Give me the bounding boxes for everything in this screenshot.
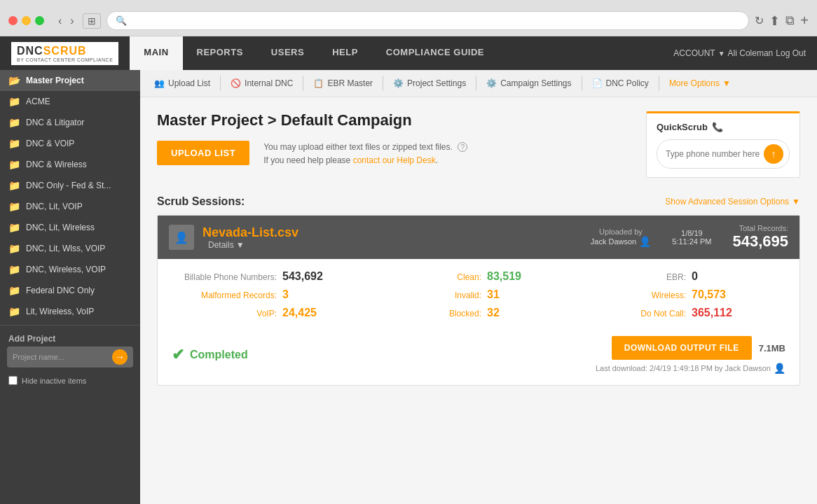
new-tab-button[interactable]: + (800, 13, 809, 29)
time-value: 5:11:24 PM (672, 237, 711, 246)
forward-button[interactable]: › (67, 13, 76, 29)
clean-stat: Clean: 83,519 (376, 270, 581, 283)
sidebar: 📂 Master Project 📁 ACME 📁 DNC & Litigato… (0, 70, 140, 504)
back-button[interactable]: ‹ (55, 13, 64, 29)
folder-icon: 📁 (8, 306, 20, 317)
account-link[interactable]: ACCOUNT (673, 48, 715, 58)
voip-stat: VoIP: 24,425 (172, 307, 376, 319)
user-name: Ali Coleman (728, 48, 774, 58)
phone-icon: 📞 (712, 122, 723, 132)
last-download: Last download: 2/4/19 1:49:18 PM by Jack… (596, 363, 785, 374)
sidebar-label: DNC & VOIP (26, 139, 74, 148)
toolbar-more-options[interactable]: More Options ▼ (659, 76, 741, 91)
billable-stat: Billable Phone Numbers: 543,692 (172, 270, 376, 283)
total-records-value: 543,695 (732, 232, 788, 251)
completed-badge: ✔ Completed (172, 346, 248, 364)
blocked-value: 32 (487, 307, 500, 319)
toolbar-upload-list-label: Upload List (168, 78, 210, 88)
upload-list-button[interactable]: UPLOAD LIST (157, 141, 249, 165)
toolbar-campaign-settings-label: Campaign Settings (500, 78, 571, 88)
nav-tab-help[interactable]: HELP (318, 36, 372, 70)
clean-label: Clean: (376, 272, 481, 282)
upload-section: UPLOAD LIST You may upload either text f… (157, 141, 632, 167)
browser-chrome: ‹ › ⊞ 🔍 ↻ ⬆ ⧉ + (0, 0, 817, 36)
upload-hint-line1: You may upload either text files or zipp… (263, 142, 453, 152)
malformed-stat: Malformed Records: 3 (172, 288, 376, 301)
checkmark-icon: ✔ (172, 346, 184, 364)
sidebar-item-lit-wireless-voip[interactable]: 📁 Lit, Wireless, VoIP (0, 301, 140, 322)
quickscrub-submit-button[interactable]: ↑ (764, 144, 783, 164)
voip-value: 24,425 (282, 307, 317, 319)
sidebar-item-dnc-wireless[interactable]: 📁 DNC & Wireless (0, 154, 140, 175)
page-content: Master Project > Default Campaign UPLOAD… (140, 97, 817, 400)
sidebar-label: Federal DNC Only (26, 286, 95, 295)
sidebar-item-federal-dnc[interactable]: 📁 Federal DNC Only (0, 280, 140, 301)
nav-tab-compliance[interactable]: COMPLIANCE GUIDE (372, 36, 498, 70)
sidebar-item-dnc-lit-voip[interactable]: 📁 DNC, Lit, VOIP (0, 196, 140, 217)
tab-view-button[interactable]: ⊞ (83, 13, 101, 29)
upload-hint-line2: If you need help please (263, 155, 350, 165)
session-header: 👤 Nevada-List.csv Details ▼ Uploaded by (158, 216, 799, 259)
quickscrub-input[interactable] (666, 149, 760, 159)
nav-tab-reports[interactable]: REPORTS (183, 36, 257, 70)
more-options-chevron-icon: ▼ (722, 78, 731, 88)
sidebar-item-master-project[interactable]: 📂 Master Project (0, 70, 140, 91)
session-filename-group: Nevada-List.csv Details ▼ (202, 225, 298, 250)
hide-inactive-checkbox[interactable] (8, 376, 18, 385)
project-name-input[interactable] (13, 353, 109, 361)
download-output-button[interactable]: DOWNLOAD OUTPUT FILE (612, 336, 752, 360)
wireless-value: 70,573 (692, 288, 726, 301)
file-person-icon: 👤 (174, 231, 188, 244)
sidebar-item-dnc-voip[interactable]: 📁 DNC & VOIP (0, 133, 140, 154)
minimize-traffic-light[interactable] (22, 16, 31, 25)
advanced-session-link[interactable]: Show Advanced Session Options ▼ (665, 197, 800, 206)
fullscreen-traffic-light[interactable] (35, 16, 44, 25)
nav-tab-main[interactable]: MAIN (130, 36, 182, 70)
toolbar-internal-dnc-label: Internal DNC (245, 78, 293, 88)
add-project-button[interactable]: → (112, 349, 128, 365)
duplicate-button[interactable]: ⧉ (785, 13, 795, 28)
close-traffic-light[interactable] (8, 16, 18, 25)
sidebar-item-dnc-lit-wlss-voip[interactable]: 📁 DNC, Lit, Wlss, VOIP (0, 238, 140, 259)
ebr-value: 0 (692, 270, 698, 283)
reload-button[interactable]: ↻ (755, 14, 764, 27)
toolbar-campaign-settings[interactable]: ⚙️ Campaign Settings (476, 76, 582, 91)
wireless-stat: Wireless: 70,573 (581, 288, 785, 301)
details-label: Details (208, 240, 234, 250)
toolbar-project-settings[interactable]: ⚙️ Project Settings (383, 76, 476, 91)
quickscrub-title: QuickScrub 📞 (657, 122, 790, 132)
session-details-link[interactable]: Details ▼ (208, 240, 298, 250)
campaign-settings-icon: ⚙️ (486, 78, 497, 88)
user-avatar-icon: 👤 (639, 236, 651, 247)
uploaded-by-label: Uploaded by (591, 227, 651, 236)
session-body: Billable Phone Numbers: 543,692 Clean: 8… (158, 259, 799, 385)
sidebar-item-acme[interactable]: 📁 ACME (0, 91, 140, 112)
sidebar-item-dnc-fed[interactable]: 📁 DNC Only - Fed & St... (0, 175, 140, 196)
toolbar-upload-list[interactable]: 👥 Upload List (154, 76, 221, 91)
sidebar-label: ACME (26, 97, 50, 106)
share-button[interactable]: ⬆ (769, 13, 780, 29)
folder-icon: 📁 (8, 243, 20, 254)
nav-tab-users[interactable]: USERS (257, 36, 318, 70)
toolbar-ebr-master[interactable]: 📋 EBR Master (303, 76, 383, 91)
sidebar-item-dnc-litigator[interactable]: 📁 DNC & Litigator (0, 112, 140, 133)
toolbar-internal-dnc[interactable]: 🚫 Internal DNC (221, 76, 303, 91)
folder-icon: 📁 (8, 264, 20, 275)
help-desk-link[interactable]: contact our Help Desk (353, 155, 436, 165)
nav-arrows: ‹ › (55, 13, 77, 29)
sidebar-item-dnc-lit-wireless[interactable]: 📁 DNC, Lit, Wireless (0, 217, 140, 238)
uploaded-by-value: Jack Dawson (591, 237, 636, 246)
advanced-chevron-icon: ▼ (792, 197, 800, 206)
clean-value: 83,519 (487, 270, 521, 283)
top-nav: DNC SCRUB BY CONTACT CENTER COMPLIANCE M… (0, 36, 817, 70)
url-bar[interactable]: 🔍 (107, 11, 750, 30)
logout-link[interactable]: Log Out (776, 48, 806, 58)
internal-dnc-icon: 🚫 (231, 78, 241, 88)
toolbar-ebr-master-label: EBR Master (327, 78, 373, 88)
toolbar-dnc-policy[interactable]: 📄 DNC Policy (582, 76, 659, 91)
folder-icon: 📁 (8, 201, 20, 212)
wireless-label: Wireless: (581, 290, 686, 300)
billable-value: 543,692 (282, 270, 323, 283)
sidebar-item-dnc-wireless-voip[interactable]: 📁 DNC, Wireless, VOIP (0, 259, 140, 280)
ebr-label: EBR: (581, 272, 686, 282)
